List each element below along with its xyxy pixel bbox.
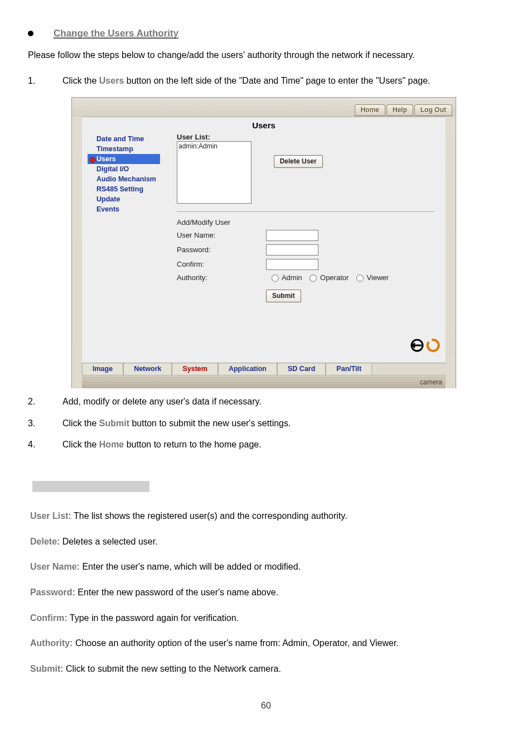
confirm-input[interactable] xyxy=(266,259,318,270)
step-4-num: 4. xyxy=(28,437,39,453)
sidebar-item-digital-io[interactable]: Digital I/O xyxy=(88,164,160,174)
page-number: 60 xyxy=(28,701,504,711)
authority-viewer-label: Viewer xyxy=(367,273,389,282)
def-submit: Submit: Click to submit the new setting … xyxy=(30,662,504,676)
def-authority: Authority: Choose an authority option of… xyxy=(30,636,504,651)
step-4-text: Click the Home button to return to the h… xyxy=(62,437,504,453)
def-username: User Name: Enter the user's name, which … xyxy=(30,560,504,574)
footer-brand: camera xyxy=(82,377,446,388)
tab-system[interactable]: System xyxy=(172,363,217,375)
step-3-text: Click the Submit button to submit the ne… xyxy=(62,416,504,432)
section-heading: Change the Users Authority xyxy=(54,28,178,38)
sidebar-item-audio[interactable]: Audio Mechanism xyxy=(88,174,160,184)
username-input[interactable] xyxy=(266,230,318,241)
authority-admin-radio[interactable] xyxy=(272,275,279,282)
home-tab[interactable]: Home xyxy=(355,104,385,116)
user-list[interactable]: admin:Admin xyxy=(177,141,252,204)
user-list-item[interactable]: admin:Admin xyxy=(178,142,250,150)
tab-pantilt[interactable]: Pan/Tilt xyxy=(326,363,372,375)
sidebar-item-users[interactable]: Users xyxy=(88,154,160,164)
authority-operator-label: Operator xyxy=(320,273,349,282)
users-page-screenshot: Home Help Log Out Users Date and Time Ti… xyxy=(71,97,456,388)
delete-user-button[interactable]: Delete User xyxy=(274,155,323,168)
tab-sdcard[interactable]: SD Card xyxy=(277,363,326,375)
help-tab[interactable]: Help xyxy=(386,104,413,116)
tab-application[interactable]: Application xyxy=(218,363,277,375)
username-label: User Name: xyxy=(177,231,266,239)
bullet-icon xyxy=(28,31,33,36)
confirm-label: Confirm: xyxy=(177,260,266,268)
description-header-bar: Description of function keys: xyxy=(32,481,149,492)
sidebar-item-timestamp[interactable]: Timestamp xyxy=(88,144,160,154)
def-delete: Delete: Deletes a selected user. xyxy=(30,535,504,549)
password-input[interactable] xyxy=(266,244,318,256)
step-1-text: Click the Users button on the left side … xyxy=(62,73,504,89)
step-1-num: 1. xyxy=(28,73,39,89)
def-password: Password: Enter the new password of the … xyxy=(30,585,504,600)
def-confirm: Confirm: Type in the password again for … xyxy=(30,611,504,625)
sidebar-item-events[interactable]: Events xyxy=(88,204,160,214)
step-2-num: 2. xyxy=(28,394,39,410)
step-2-text: Add, modify or delete any user's data if… xyxy=(62,394,504,410)
sidebar-item-rs485[interactable]: RS485 Setting xyxy=(88,184,160,194)
def-userlist: User List: The list shows the registered… xyxy=(30,509,504,523)
user-list-label: User List: xyxy=(177,133,252,141)
decor-swirl-icons xyxy=(410,338,440,353)
submit-button[interactable]: Submit xyxy=(266,290,301,302)
password-label: Password: xyxy=(177,245,266,254)
authority-viewer-radio[interactable] xyxy=(356,275,364,282)
intro-text: Please follow the steps below to change/… xyxy=(28,49,504,62)
tab-image[interactable]: Image xyxy=(82,363,123,375)
sidebar-item-date-time[interactable]: Date and Time xyxy=(88,134,160,144)
logout-tab[interactable]: Log Out xyxy=(414,104,452,116)
tab-network[interactable]: Network xyxy=(123,363,172,375)
page-title: Users xyxy=(82,117,446,133)
authority-label: Authority: xyxy=(177,273,266,282)
add-modify-heading: Add/Modify User xyxy=(177,218,434,227)
authority-operator-radio[interactable] xyxy=(309,275,317,282)
authority-admin-label: Admin xyxy=(282,273,302,282)
step-3-num: 3. xyxy=(28,416,39,432)
sidebar-item-update[interactable]: Update xyxy=(88,194,160,204)
